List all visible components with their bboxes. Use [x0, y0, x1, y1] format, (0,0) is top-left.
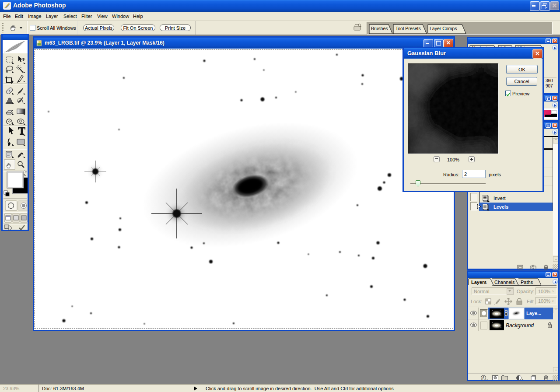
svg-text:Tool Presets: Tool Presets: [396, 26, 421, 31]
svg-text:Layers: Layers: [471, 280, 486, 285]
svg-text:Channels: Channels: [494, 280, 515, 285]
svg-text:Layer Comps: Layer Comps: [430, 26, 457, 31]
svg-text:f: f: [483, 376, 484, 380]
svg-text:Brushes: Brushes: [371, 26, 388, 31]
svg-text:Paths: Paths: [521, 280, 533, 285]
